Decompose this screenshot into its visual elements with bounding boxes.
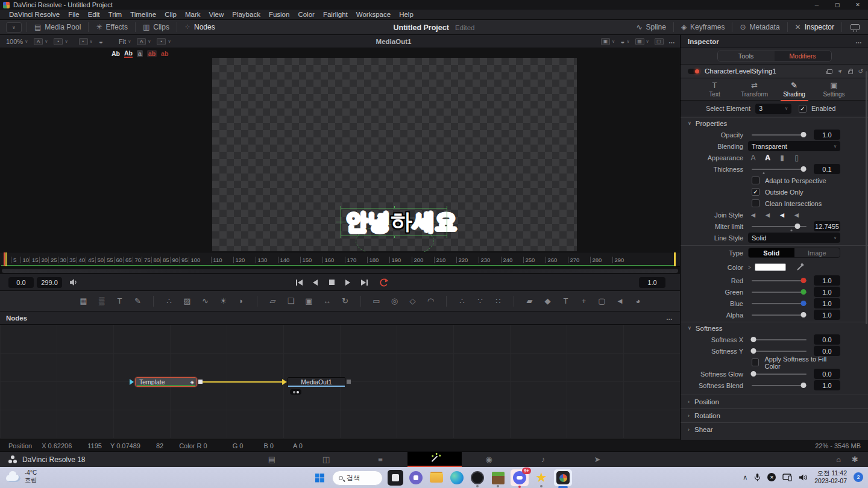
last-frame-button[interactable] — [359, 278, 370, 287]
media-pool-button[interactable]: ▤ Media Pool — [27, 20, 88, 34]
properties-section-header[interactable]: ∨ Properties — [681, 117, 868, 129]
bspline-mask-icon[interactable]: ◠ — [424, 297, 437, 305]
maximize-button[interactable]: ▢ — [827, 0, 848, 10]
node-output-icon[interactable] — [198, 380, 203, 384]
merge-3d-icon[interactable]: + — [577, 297, 590, 305]
blending-dropdown[interactable]: Transparent — [748, 141, 840, 151]
menu-item[interactable]: Fusion — [265, 11, 294, 18]
template-node[interactable]: Template ◈ — [135, 377, 197, 387]
fusion-page-button[interactable] — [407, 452, 462, 467]
menu-item[interactable]: Fairlight — [319, 11, 352, 18]
media-page-button[interactable]: ▤ — [245, 452, 299, 467]
home-icon[interactable]: ⌂ — [836, 455, 841, 464]
davinci-app-icon[interactable] — [554, 469, 572, 486]
softness-y-value[interactable]: 0.0 — [814, 346, 840, 356]
menu-item[interactable]: DaVinci Resolve — [5, 11, 64, 18]
menu-item[interactable]: Color — [294, 11, 318, 18]
menu-item[interactable]: View — [205, 11, 228, 18]
discord-app-icon[interactable]: 9+ — [511, 469, 529, 486]
text-underline-button[interactable]: Ab — [124, 49, 133, 58]
fast-noise-icon[interactable]: ▒ — [95, 297, 108, 305]
teams-app-icon[interactable] — [408, 470, 424, 486]
gamut-icon[interactable]: ◒ — [99, 37, 103, 46]
opacity-value[interactable]: 1.0 — [814, 130, 840, 140]
range-start-field[interactable]: 0.0 — [8, 277, 34, 288]
audio-mute-icon[interactable] — [69, 278, 78, 286]
node-input-icon[interactable] — [130, 379, 134, 385]
eyedropper-icon[interactable] — [797, 264, 803, 271]
split-view-select[interactable]: ▪ — [79, 38, 93, 45]
inspector-scrollbar[interactable] — [866, 71, 867, 324]
menu-item[interactable]: Workspace — [352, 11, 395, 18]
reset-icon[interactable]: ↺ — [858, 68, 863, 75]
color-page-button[interactable]: ◉ — [462, 452, 516, 467]
text-tracking-button[interactable]: ab — [161, 50, 168, 57]
blue-slider[interactable] — [752, 303, 807, 304]
inspector-options-menu[interactable] — [856, 38, 862, 45]
obs-app-icon[interactable] — [470, 470, 485, 486]
timeline-ruler[interactable]: 5101520253035404550556065707580859095 10… — [0, 252, 680, 266]
text-3d-icon[interactable]: T — [559, 297, 572, 305]
p-emitter-icon[interactable]: ∴ — [456, 297, 468, 305]
polygon-mask-icon[interactable]: ◇ — [406, 297, 419, 305]
tab-modifiers[interactable]: Modifiers — [775, 51, 831, 61]
stop-button[interactable] — [326, 278, 337, 287]
renderer-3d-icon[interactable]: ◕ — [632, 297, 644, 305]
softness-section-header[interactable]: ∨ Softness — [681, 322, 868, 334]
fit-select[interactable]: Fit — [119, 38, 131, 45]
copy-icon[interactable] — [827, 69, 832, 74]
chevron-right-icon[interactable]: > — [748, 264, 751, 271]
merge-icon[interactable]: ❏ — [285, 297, 297, 305]
select-element-dropdown[interactable]: 3 — [755, 104, 791, 114]
favorites-app-icon[interactable]: ★ — [533, 470, 549, 486]
p-merge-icon[interactable]: ∵ — [474, 297, 486, 305]
close-button[interactable]: ✕ — [848, 0, 868, 10]
minimize-button[interactable]: ─ — [807, 0, 827, 10]
join-round-icon[interactable]: ◄ — [763, 211, 773, 219]
viewer-options-menu[interactable] — [669, 38, 675, 45]
settings-gear-icon[interactable]: ✱ — [852, 455, 858, 464]
file-explorer-icon[interactable] — [429, 470, 444, 486]
spline-button[interactable]: ∿ Spline — [629, 20, 673, 34]
subtab-settings[interactable]: ▣ Settings — [817, 81, 852, 100]
appearance-solid-icon[interactable]: A — [748, 154, 758, 162]
spot-light-3d-icon[interactable]: ◄ — [614, 297, 626, 305]
appearance-outline-block-icon[interactable]: ▯ — [791, 154, 802, 162]
background-icon[interactable]: ▦ — [77, 297, 90, 305]
pin-icon[interactable]: ➤ — [837, 67, 844, 75]
subtab-shading[interactable]: ✎ Shading — [777, 81, 812, 100]
fairlight-page-button[interactable]: ♪ — [516, 452, 570, 467]
enabled-checkbox[interactable] — [799, 105, 807, 113]
clean-feed-monitor-icon[interactable] — [851, 24, 860, 30]
keyframes-button[interactable]: ◈ Keyframes — [674, 20, 732, 34]
appearance-fill-block-icon[interactable]: ▮ — [777, 154, 787, 162]
nodes-button[interactable]: ⁘ Nodes — [177, 20, 222, 34]
menu-item[interactable]: Help — [395, 11, 418, 18]
tab-tools[interactable]: Tools — [718, 51, 775, 61]
softness-glow-slider[interactable] — [752, 374, 807, 375]
channel-select[interactable]: ▪ — [54, 38, 68, 45]
node-graph[interactable]: Template ◈ MediaOut1 — [0, 325, 680, 439]
play-button[interactable] — [342, 278, 353, 287]
appearance-outline-icon[interactable]: A — [763, 154, 773, 162]
minecraft-app-icon[interactable] — [490, 470, 506, 486]
text-plus-icon[interactable]: T — [113, 297, 126, 305]
deliver-page-button[interactable]: ➤ — [570, 452, 624, 467]
inspector-button[interactable]: ✕ Inspector — [788, 20, 841, 34]
timeline-scrollbar[interactable] — [0, 266, 680, 274]
text-case-button[interactable]: a — [137, 50, 143, 57]
chevron-down-icon[interactable]: ∨ — [6, 22, 22, 33]
thickness-slider[interactable] — [752, 169, 807, 170]
menu-item[interactable]: Edit — [84, 11, 104, 18]
tray-expand-icon[interactable]: ∧ — [743, 474, 747, 481]
text-kerning-button[interactable]: ab — [147, 50, 157, 57]
menu-item[interactable]: File — [64, 11, 84, 18]
apply-softness-checkbox[interactable] — [752, 358, 759, 366]
alpha-slider[interactable] — [752, 314, 807, 316]
network-cast-icon[interactable] — [782, 474, 792, 481]
notepad-app-icon[interactable] — [388, 470, 403, 486]
grid-select[interactable]: ▦ — [635, 38, 649, 45]
lut-select[interactable]: A — [34, 38, 48, 45]
alpha-value[interactable]: 1.0 — [814, 310, 840, 320]
range-end-field[interactable]: 299.0 — [37, 277, 62, 288]
